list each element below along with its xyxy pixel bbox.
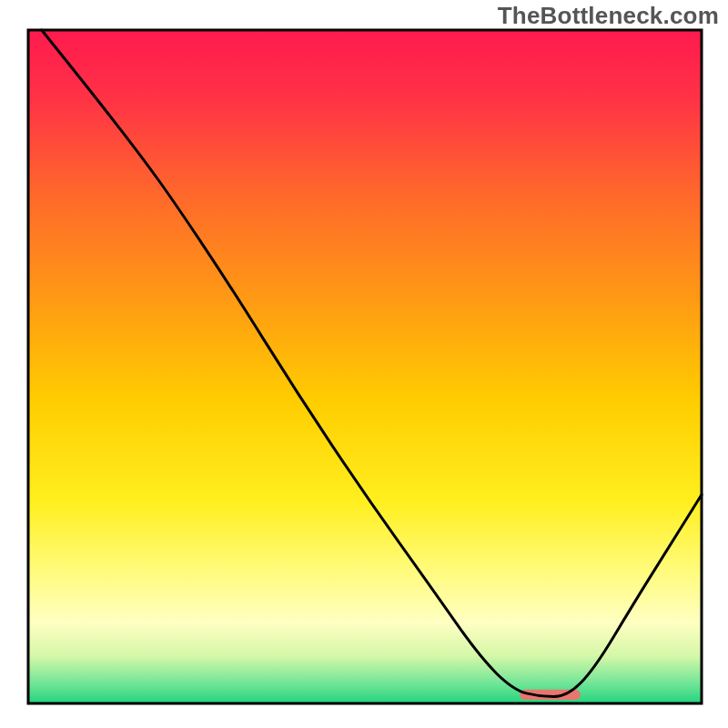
watermark-label: TheBottleneck.com	[498, 2, 719, 30]
bottleneck-line-chart	[0, 0, 728, 728]
chart-stage: TheBottleneck.com	[0, 0, 728, 728]
plot-area	[28, 30, 702, 703]
gradient-background	[28, 30, 702, 703]
